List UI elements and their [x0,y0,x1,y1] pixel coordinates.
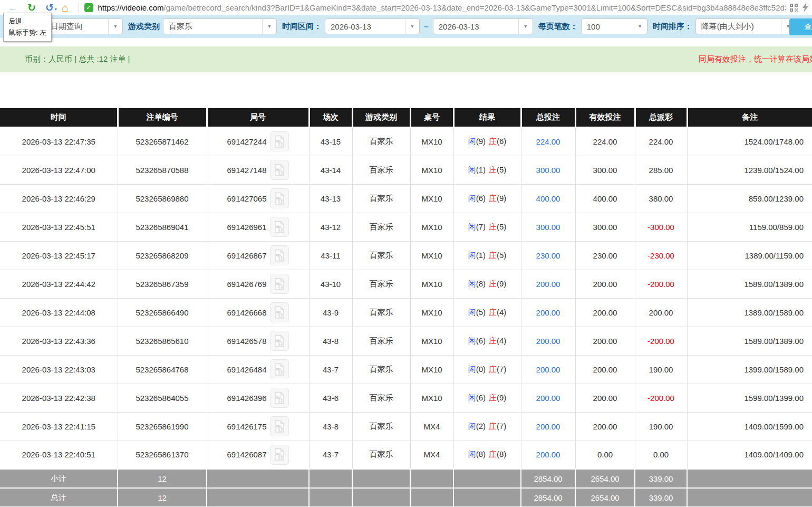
video-replay-button[interactable] [270,416,289,436]
video-replay-button[interactable] [270,331,289,351]
cell-total-bet-link[interactable]: 200.00 [521,441,575,469]
cell-total-bet-link[interactable]: 200.00 [521,298,575,327]
cell-round: 691427065 [207,184,309,213]
cell-result: 闲(2)庄(7) [453,412,521,441]
date-end-select[interactable]: 2026-03-13 ▼ [433,18,533,34]
cell-table-no: MX10 [410,213,453,241]
table-row: 2026-03-13 22:45:51 523265869041 6914269… [0,213,812,241]
video-replay-button[interactable] [270,445,289,465]
qr-code-icon[interactable] [790,4,798,12]
cell-valid-bet: 200.00 [575,327,635,355]
header-bet-id: 注单编号 [118,108,207,127]
cell-table-no: MX10 [410,127,453,156]
cell-total-bet-link[interactable]: 300.00 [521,156,575,184]
cell-round: 691426175 [207,412,309,441]
result-banker: 庄 [489,165,497,174]
page-size-value: 100 [582,22,633,31]
result-banker: 庄 [489,308,497,317]
game-category-select[interactable]: 百家乐 ▼ [163,18,277,34]
cell-time: 2026-03-13 22:47:00 [0,156,118,184]
table-row: 2026-03-13 22:40:51 523265861370 6914260… [0,441,812,469]
cell-session: 43-13 [309,184,352,213]
empty-cell [309,469,352,488]
cell-payout: 224.00 [635,127,687,156]
header-total-bet: 总投注 [521,108,575,127]
cell-table-no: MX4 [410,441,453,469]
result-player: 闲 [468,336,476,345]
cell-note: 1409.00/1409.00 [687,441,812,469]
page-size-select[interactable]: 100 ▼ [581,18,647,34]
video-replay-button[interactable] [270,388,289,408]
cell-total-bet-link[interactable]: 200.00 [521,327,575,355]
search-button[interactable]: 查询 [789,18,812,35]
refresh-icon[interactable]: ↻ [27,3,36,13]
cell-total-bet-link[interactable]: 200.00 [521,270,575,298]
result-banker-points: (9) [497,393,506,402]
date-query-select[interactable]: 日期查询 ▼ [45,18,123,34]
result-banker-points: (9) [497,279,506,288]
cell-session: 43-6 [309,384,352,412]
result-player: 闲 [468,137,476,146]
cell-session: 43-7 [309,441,352,469]
cell-game-type: 百家乐 [352,412,410,441]
date-start-select[interactable]: 2026-03-13 ▼ [325,18,420,34]
time-sort-select[interactable]: 降幕(由大到小) ▼ [695,18,796,34]
cell-valid-bet: 230.00 [575,241,635,270]
cell-round: 691427148 [207,156,309,184]
cell-bet-id: 523265864768 [118,355,207,384]
result-player-points: (6) [476,194,486,203]
cell-time: 2026-03-13 22:46:29 [0,184,118,213]
cell-total-bet-link[interactable]: 400.00 [521,184,575,213]
cell-time: 2026-03-13 22:47:35 [0,127,118,156]
cell-round: 691427244 [207,127,309,156]
grand-total-count: 12 [118,488,207,507]
address-bar[interactable]: https://videoie.com/game/betrecord_searc… [98,3,786,12]
cell-total-bet-link[interactable]: 224.00 [521,127,575,156]
round-number: 691426396 [227,394,266,403]
cell-total-bet-link[interactable]: 200.00 [521,384,575,412]
home-icon[interactable]: ⌂ [62,2,69,13]
time-range-label: 时间区间： [282,22,322,32]
cell-payout: 200.00 [635,298,687,327]
empty-cell [687,488,812,507]
cell-total-bet-link[interactable]: 200.00 [521,355,575,384]
date-end-value: 2026-03-13 [433,22,518,31]
empty-cell [453,469,521,488]
cell-total-bet-link[interactable]: 230.00 [521,241,575,270]
empty-cell [207,488,309,507]
lightning-icon[interactable] [802,3,809,12]
grand-total-payout: 339.00 [635,488,687,507]
video-replay-button[interactable] [270,188,289,208]
cell-result: 闲(5)庄(4) [453,298,521,327]
result-player-points: (7) [476,222,486,231]
header-round: 局号 [207,108,309,127]
result-banker: 庄 [489,194,497,203]
cell-session: 43-9 [309,298,352,327]
cell-bet-id: 523265867359 [118,270,207,298]
result-banker-points: (4) [497,336,506,345]
game-category-label: 游戏类别 [128,22,160,32]
undo-icon[interactable]: ↺ [45,3,54,13]
result-player: 闲 [468,194,476,203]
cell-total-bet-link[interactable]: 200.00 [521,412,575,441]
security-shield-icon[interactable]: ✓ [84,3,93,12]
summary-bar: 币别：人民币 | 总共 :12 注单 | 同局有效投注，统一计算在该局第 [0,46,812,72]
cell-payout: 0.00 [635,441,687,469]
table-footer: 小计 12 2854.00 2654.00 339.00 总计 12 2854.… [0,469,812,507]
back-icon[interactable]: ← [8,3,18,13]
video-replay-button[interactable] [270,274,289,294]
video-replay-button[interactable] [270,359,289,379]
video-replay-button[interactable] [270,245,289,265]
video-replay-button[interactable] [270,217,289,237]
video-replay-button[interactable] [270,131,289,151]
date-range-tilde: ~ [424,22,429,31]
cell-bet-id: 523265868209 [118,241,207,270]
result-player-points: (8) [476,279,486,288]
video-replay-button[interactable] [270,160,289,180]
url-domain: https://videoie.com [98,3,164,12]
cell-session: 43-11 [309,241,352,270]
subtotal-total-bet: 2854.00 [521,469,575,488]
undo-dropdown-caret-icon[interactable]: ▾ [55,7,57,12]
cell-total-bet-link[interactable]: 300.00 [521,213,575,241]
video-replay-button[interactable] [270,302,289,322]
